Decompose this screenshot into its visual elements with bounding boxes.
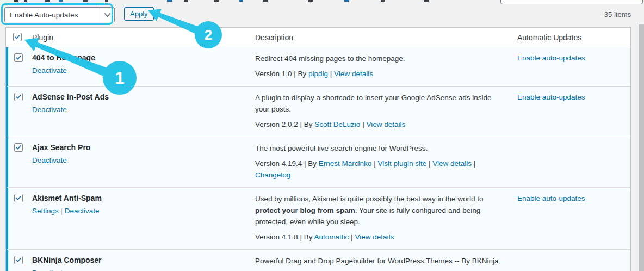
plugin-description: Used by millions, Akismet is quite possi… (255, 193, 506, 227)
plugin-meta-link[interactable]: Visit plugin site (377, 159, 426, 168)
plugin-name: Akismet Anti-Spam (32, 193, 247, 203)
plugin-meta-link[interactable]: Automattic (314, 233, 349, 241)
plugin-meta-text: | (426, 159, 432, 168)
plugin-meta-link[interactable]: pipdig (308, 70, 328, 78)
check-icon (15, 54, 22, 61)
plugin-name: 404 to Homepage (32, 53, 247, 63)
plugin-checkbox[interactable] (14, 143, 23, 152)
plugin-description: Powerful Drag and Drop Pagebuilder for W… (255, 255, 506, 267)
plugin-action-link[interactable]: Deactivate (65, 207, 100, 215)
plugin-meta: Version 1.0 | By pipdig | View details (255, 68, 506, 79)
plugin-description: A plugin to display a shortcode to inser… (255, 92, 506, 115)
plugin-checkbox[interactable] (14, 256, 23, 264)
plugin-description: Redirect 404 missing pages to the homepa… (255, 53, 506, 64)
plugin-row: Ajax Search ProDeactivateThe most powerf… (6, 137, 630, 187)
clipped-text-fragment (381, 0, 385, 2)
plugin-meta-text: Version 1.0 | By (255, 70, 308, 78)
clipped-text-fragment (83, 0, 88, 2)
plugins-table: Plugin Description Automatic Updates 404… (5, 27, 631, 271)
plugin-meta-text: | (472, 159, 475, 168)
check-icon (15, 257, 22, 263)
plugin-meta-text: Version 4.19.4 | By (255, 159, 319, 168)
plugin-row: AdSense In-Post AdsDeactivateA plugin to… (6, 86, 630, 137)
bulk-action-selected-option: Enable Auto-updates (5, 11, 100, 19)
plugin-meta: Version 4.19.4 | By Ernest Marcinko | Vi… (255, 158, 506, 181)
clipped-text-fragment (424, 0, 429, 2)
enable-auto-updates-link[interactable]: Enable auto-updates (517, 54, 585, 62)
plugin-name: BKNinja Composer (32, 255, 247, 265)
plugin-meta-link[interactable]: Ernest Marcinko (319, 159, 372, 168)
clipped-text-fragment (214, 0, 219, 2)
plugin-action-link[interactable]: Deactivate (32, 66, 67, 75)
bulk-action-select[interactable]: Enable Auto-updates (4, 7, 115, 22)
plugin-name: AdSense In-Post Ads (32, 92, 247, 102)
plugin-checkbox[interactable] (14, 194, 23, 202)
plugin-row-actions: Deactivate (32, 66, 247, 76)
plugin-meta-text: | (349, 233, 355, 241)
chevron-down-icon (100, 8, 114, 22)
plugin-meta-link[interactable]: View details (334, 70, 373, 78)
plugin-meta-link[interactable]: View details (355, 233, 394, 241)
select-all-checkbox[interactable] (13, 33, 22, 41)
clipped-text-fragment (14, 0, 18, 2)
plugin-meta-link[interactable]: View details (432, 159, 472, 168)
plugin-row-actions: Deactivate (32, 268, 247, 271)
plugins-admin-screen: Enable Auto-updates Apply 35 items Plugi… (0, 0, 644, 271)
check-icon (15, 144, 22, 151)
plugin-name: Ajax Search Pro (32, 143, 247, 152)
column-header-description: Description (255, 33, 517, 42)
clipped-text-fragment (59, 0, 63, 2)
plugin-meta-text: Version 2.0.2 | By (255, 120, 314, 128)
clipped-text-fragment (167, 0, 172, 2)
enable-auto-updates-link[interactable]: Enable auto-updates (517, 194, 585, 202)
apply-button[interactable]: Apply (124, 7, 154, 21)
separator: | (59, 207, 65, 215)
plugin-meta-link[interactable]: Changelog (255, 171, 290, 179)
plugin-meta-link[interactable]: View details (366, 120, 405, 128)
check-icon (14, 34, 21, 40)
plugin-action-link[interactable]: Deactivate (32, 156, 67, 164)
plugin-row-actions: Deactivate (32, 105, 247, 115)
items-count: 35 items (604, 10, 631, 19)
plugin-meta: Version 2.0.2 | By Scott DeLuzio | View … (255, 119, 506, 130)
plugin-checkbox[interactable] (14, 93, 23, 101)
plugin-meta-text: Version 4.1.8 | By (255, 233, 314, 241)
column-header-plugin: Plugin (32, 33, 255, 42)
plugin-action-link[interactable]: Deactivate (32, 269, 67, 271)
plugin-meta-text: | (328, 70, 334, 78)
clipped-text-fragment (308, 0, 313, 2)
clipped-text-fragment (263, 0, 268, 2)
clipped-text-fragment (45, 0, 50, 2)
clipped-text-fragment (239, 0, 243, 2)
clipped-text-fragment (105, 0, 108, 2)
plugin-row: Akismet Anti-SpamSettings | DeactivateUs… (6, 187, 630, 249)
enable-auto-updates-link[interactable]: Enable auto-updates (517, 93, 585, 101)
table-header-row: Plugin Description Automatic Updates (6, 28, 630, 47)
check-icon (15, 195, 22, 201)
clipped-text-fragment (184, 0, 188, 2)
clipped-text-fragment (344, 0, 349, 2)
plugin-meta-text: | (371, 159, 377, 168)
search-input[interactable] (500, 0, 643, 4)
plugin-row: BKNinja ComposerDeactivatePowerful Drag … (6, 249, 630, 271)
plugin-row-actions: Deactivate (32, 156, 247, 165)
plugin-meta-link[interactable]: Scott DeLuzio (314, 120, 360, 128)
plugin-checkbox[interactable] (14, 53, 23, 62)
plugin-action-link[interactable]: Deactivate (32, 106, 67, 114)
plugin-row-actions: Settings | Deactivate (32, 206, 247, 216)
plugins-table-body: 404 to HomepageDeactivateRedirect 404 mi… (6, 47, 630, 271)
clipped-text-fragment (24, 0, 27, 2)
plugin-meta-text: | (360, 120, 366, 128)
plugin-action-link[interactable]: Settings (32, 207, 59, 215)
vertical-scrollbar[interactable] (639, 24, 644, 271)
plugin-row: 404 to HomepageDeactivateRedirect 404 mi… (6, 47, 630, 86)
plugin-description: The most powerful live search engine for… (255, 143, 506, 154)
plugin-meta: Version 4.1.8 | By Automattic | View det… (255, 231, 506, 243)
check-icon (15, 94, 22, 100)
column-header-automatic-updates: Automatic Updates (517, 33, 630, 42)
